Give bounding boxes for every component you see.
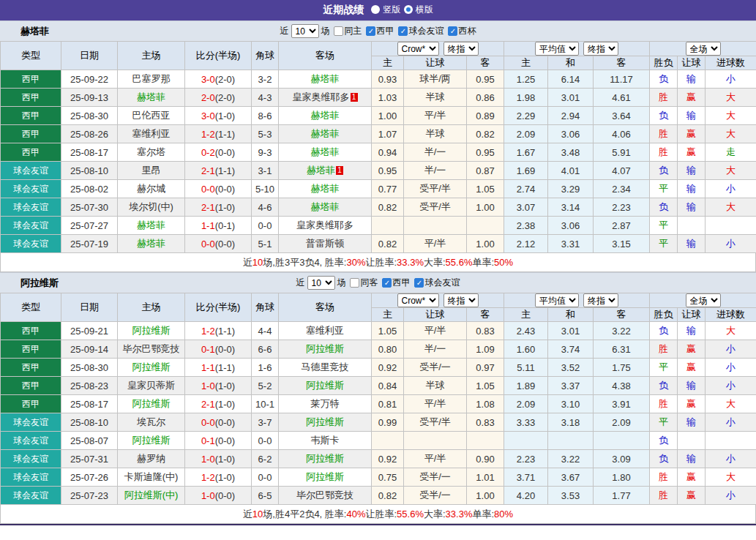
filter-checkbox-same-away[interactable]: 同客 xyxy=(350,277,378,289)
result-goals: 小 xyxy=(706,377,756,395)
odds-away: 1.08 xyxy=(467,395,504,413)
avg-home: 1.25 xyxy=(504,70,548,89)
odds-handicap: 半球 xyxy=(404,377,467,395)
match-row: 球会友谊25-08-10埃瓦尔0-0(0-0)3-7阿拉维斯0.99受平/半0.… xyxy=(1,413,756,432)
avg-home: 2.09 xyxy=(504,395,548,413)
result-outcome: 负 xyxy=(650,450,678,468)
subcol-7: 让球 xyxy=(678,308,706,322)
odds-away: 1.01 xyxy=(467,468,504,487)
avg-select-group: 平均值终指 xyxy=(504,42,650,56)
avg-draw: 3.52 xyxy=(548,359,594,377)
odds-final-select[interactable]: 终指 xyxy=(444,293,479,307)
match-row: 球会友谊25-07-31赫罗纳1-0(1-0)6-2阿拉维斯0.92平/半0.9… xyxy=(1,450,756,468)
odds-provider-select[interactable]: Crow* xyxy=(397,42,439,56)
match-row: 西甲25-08-26塞维利亚1-2(1-1)5-3赫塔菲1.07半球0.822.… xyxy=(1,125,756,143)
filter-checkbox-league[interactable]: 西甲 xyxy=(382,277,411,289)
team-label: 塞维利亚 xyxy=(132,128,171,139)
result-goals: 小 xyxy=(706,450,756,468)
avg-draw: 3.06 xyxy=(548,217,594,235)
avg-away: 1.77 xyxy=(594,487,650,505)
avg-home: 4.20 xyxy=(504,487,548,505)
avg-draw: 3.18 xyxy=(548,413,594,432)
odds-away: 0.89 xyxy=(467,107,504,125)
titlebar: 近期战绩 竖版 横版 xyxy=(0,0,756,20)
summary-segment: 单率: xyxy=(472,256,494,269)
avg-final-select[interactable]: 终指 xyxy=(583,42,618,56)
match-score: 2-1(1-0) xyxy=(185,198,252,217)
team-label: 塞维利亚 xyxy=(306,325,344,336)
corner-score: 5-10 xyxy=(252,180,279,198)
odds-home xyxy=(372,217,404,235)
filter-label: 西杯 xyxy=(459,25,476,37)
avg-away: 4.61 xyxy=(594,89,650,107)
layout-radio-horizontal[interactable]: 横版 xyxy=(404,4,433,16)
corner-score: 5-1 xyxy=(252,235,279,253)
avg-draw: 4.01 xyxy=(548,162,594,180)
odds-handicap: 受平/半 xyxy=(404,413,467,432)
odds-final-select[interactable]: 终指 xyxy=(444,42,479,56)
odds-away: 0.97 xyxy=(467,359,504,377)
match-row: 西甲25-08-30巴伦西亚3-0(1-0)8-6赫塔菲1.00平/半0.892… xyxy=(1,107,756,125)
avg-final-select[interactable]: 终指 xyxy=(583,293,618,307)
match-type: 球会友谊 xyxy=(1,180,61,198)
match-date: 25-07-31 xyxy=(61,450,118,468)
scope-select[interactable]: 全场 xyxy=(686,42,721,56)
filter-checkbox-cup[interactable]: 西杯 xyxy=(448,25,476,37)
avg-home: 1.60 xyxy=(504,340,548,359)
col-corner: 角球 xyxy=(252,293,279,322)
col-type: 类型 xyxy=(1,42,61,70)
filter-label: 同客 xyxy=(361,277,378,289)
match-score: 0-0(0-0) xyxy=(185,413,252,432)
away-team: 赫塔菲 xyxy=(279,198,372,217)
odds-handicap xyxy=(404,432,467,450)
filter-checkbox-friendly[interactable]: 球会友谊 xyxy=(414,277,460,289)
avg-draw: 3.01 xyxy=(548,322,594,340)
col-corner: 角球 xyxy=(252,42,279,70)
match-score: 1-2(1-1) xyxy=(185,125,252,143)
match-type: 球会友谊 xyxy=(1,468,61,487)
avg-draw: 3.67 xyxy=(548,468,594,487)
away-team: 阿拉维斯 xyxy=(279,413,372,432)
layout-radio-vertical[interactable]: 竖版 xyxy=(371,4,400,16)
team-label: 阿拉维斯 xyxy=(132,325,171,336)
subcol-5: 客 xyxy=(594,308,650,322)
subcol-4: 和 xyxy=(548,308,594,322)
subcol-6: 胜负 xyxy=(650,56,678,70)
result-goals: 大 xyxy=(706,125,756,143)
match-type: 西甲 xyxy=(1,107,61,125)
scope-select[interactable]: 全场 xyxy=(686,293,721,307)
avg-away: 3.22 xyxy=(594,322,650,340)
match-type: 西甲 xyxy=(1,322,61,340)
match-row: 西甲25-08-23皇家贝蒂斯1-0(1-0)5-2阿拉维斯0.84半球1.05… xyxy=(1,377,756,395)
avg-provider-select[interactable]: 平均值 xyxy=(535,293,579,307)
filter-checkbox-league[interactable]: 西甲 xyxy=(366,25,394,37)
corner-score: 3-2 xyxy=(252,70,279,89)
subcol-8: 进球数 xyxy=(706,308,756,322)
corner-score: 3-7 xyxy=(252,413,279,432)
result-outcome: 平 xyxy=(650,180,678,198)
filter-checkbox-friendly[interactable]: 球会友谊 xyxy=(398,25,444,37)
home-team: 卡斯迪隆(中) xyxy=(118,468,185,487)
avg-home: 3.33 xyxy=(504,413,548,432)
match-date: 25-08-17 xyxy=(61,143,118,162)
filter-checkbox-same-home[interactable]: 同主 xyxy=(334,25,362,37)
result-outcome: 平 xyxy=(650,235,678,253)
avg-home: 3.71 xyxy=(504,468,548,487)
avg-away: 3.15 xyxy=(594,235,650,253)
match-row: 西甲25-09-13赫塔菲2-0(2-0)4-3皇家奥维耶多11.03半球0.8… xyxy=(1,89,756,107)
recent-count-select[interactable]: 10 xyxy=(307,276,335,290)
recent-count-select[interactable]: 10 xyxy=(291,24,319,38)
match-score: 0-1(0-0) xyxy=(185,340,252,359)
avg-provider-select[interactable]: 平均值 xyxy=(535,42,579,56)
avg-away: 2.87 xyxy=(594,217,650,235)
team-label: 皇家奥维耶多 xyxy=(293,91,350,102)
match-type: 球会友谊 xyxy=(1,413,61,432)
home-team: 阿拉维斯 xyxy=(118,432,185,450)
match-score: 1-1(1-1) xyxy=(185,359,252,377)
summary-segment: 30% xyxy=(346,257,365,268)
filter-label: 西甲 xyxy=(393,277,411,289)
odds-provider-select[interactable]: Crow* xyxy=(397,293,439,307)
result-goals: 小 xyxy=(706,70,756,89)
summary-segment: 场,胜3平3负4, 胜率: xyxy=(263,256,346,269)
odds-home: 0.82 xyxy=(372,487,404,505)
